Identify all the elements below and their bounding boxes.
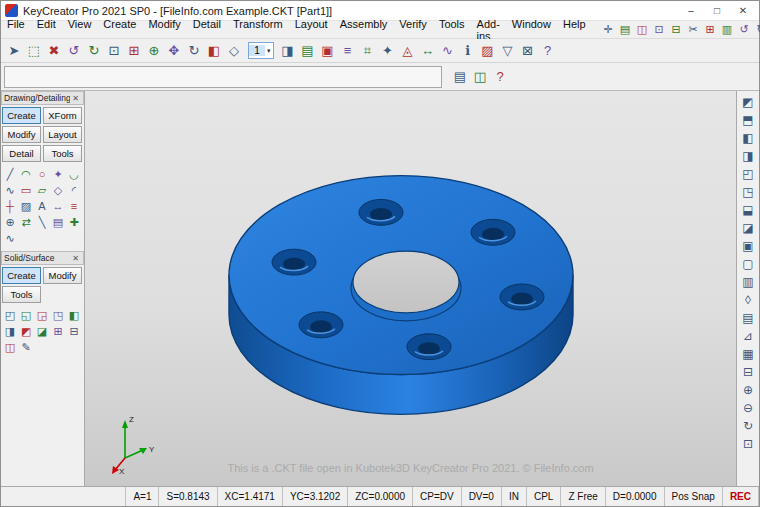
fillet-icon[interactable]: ◜	[66, 182, 82, 198]
dd-layout-button[interactable]: Layout	[43, 126, 82, 143]
view-left-icon[interactable]: ◰	[739, 165, 757, 183]
spline-icon[interactable]: ∿	[2, 182, 18, 198]
filter-icon[interactable]: ▽	[498, 41, 518, 61]
minimize-button[interactable]: –	[679, 3, 703, 19]
render-icon[interactable]: ▦	[739, 345, 757, 363]
sketch-pencil-icon[interactable]: ✎	[18, 339, 34, 355]
hatch-icon[interactable]: ▨	[18, 198, 34, 214]
view-axon-icon[interactable]: ◪	[739, 219, 757, 237]
rectangle-icon[interactable]: ▭	[18, 182, 34, 198]
extrude-icon[interactable]: ◧	[66, 307, 82, 323]
dd-detail-button[interactable]: Detail	[2, 145, 41, 162]
loft-icon[interactable]: ◪	[34, 323, 50, 339]
shaded-view-icon[interactable]: ◧	[204, 41, 224, 61]
duplicate-icon[interactable]: ◫	[470, 67, 490, 87]
status-cplane[interactable]: CP=DV	[413, 487, 462, 506]
status-xc[interactable]: XC=1.4171	[218, 487, 283, 506]
centerline-icon[interactable]: ┼	[2, 198, 18, 214]
dimension-icon[interactable]: ↔	[50, 198, 66, 214]
snap-icon[interactable]: ✦	[378, 41, 398, 61]
undo-icon[interactable]: ↺	[64, 41, 84, 61]
status-rec[interactable]: REC	[723, 487, 759, 506]
pan-icon[interactable]: ✥	[164, 41, 184, 61]
conic-icon[interactable]: ◡	[66, 166, 82, 182]
zoom-out-icon[interactable]: ⊖	[739, 399, 757, 417]
status-zc[interactable]: ZC=0.0000	[348, 487, 413, 506]
wireframe-mode-icon[interactable]: ▢	[739, 255, 757, 273]
wireframe-view-icon[interactable]: ◇	[224, 41, 244, 61]
redo-icon[interactable]: ↻	[84, 41, 104, 61]
ellipse-icon[interactable]: ◇	[50, 182, 66, 198]
plus-icon[interactable]: ✚	[66, 214, 82, 230]
status-yc[interactable]: YC=3.1202	[283, 487, 348, 506]
model-viewport[interactable]: Z Y X This is a .CKT file open in Kubote…	[85, 91, 736, 486]
maximize-button[interactable]: □	[705, 3, 729, 19]
status-pos-snap[interactable]: Pos Snap	[665, 487, 723, 506]
analyze-icon[interactable]: ∿	[438, 41, 458, 61]
mask-icon[interactable]: ▨	[478, 41, 498, 61]
file-properties-icon[interactable]: ▤	[450, 67, 470, 87]
color-icon[interactable]: ▣	[318, 41, 338, 61]
dd-create-button[interactable]: Create	[2, 107, 41, 124]
grid-icon[interactable]: ⌗	[358, 41, 378, 61]
status-depth[interactable]: D=0.0000	[606, 487, 665, 506]
sweep-icon[interactable]: ◩	[18, 323, 34, 339]
level-manager-icon[interactable]: ▤	[298, 41, 318, 61]
status-cpl[interactable]: CPL	[527, 487, 561, 506]
ss-create-button[interactable]: Create	[2, 267, 41, 284]
ss-tools-button[interactable]: Tools	[2, 286, 41, 303]
view-options-icon[interactable]: ⊡	[739, 435, 757, 453]
zoom-icon[interactable]: ⊕	[144, 41, 164, 61]
save-icon[interactable]: ⊡	[651, 22, 668, 38]
zoom-window-icon[interactable]: ⊞	[124, 41, 144, 61]
delete-icon[interactable]: ✖	[44, 41, 64, 61]
view-iso-icon[interactable]: ◩	[739, 93, 757, 111]
conversation-bar-input[interactable]	[4, 66, 442, 88]
entity-info-icon[interactable]: ℹ	[458, 41, 478, 61]
ss-modify-button[interactable]: Modify	[43, 267, 82, 284]
zoom-in-icon[interactable]: ⊕	[739, 381, 757, 399]
table-icon[interactable]: ▤	[50, 214, 66, 230]
close-button[interactable]: ✕	[731, 3, 755, 19]
dd-modify-button[interactable]: Modify	[2, 126, 41, 143]
close-icon[interactable]: ✕	[70, 254, 81, 263]
view-right-icon[interactable]: ◳	[739, 183, 757, 201]
csys-axes-icon[interactable]: ✛	[600, 22, 617, 38]
cplane-icon[interactable]: ⊿	[739, 327, 757, 345]
arc-icon[interactable]: ◠	[18, 166, 34, 182]
block-solid-icon[interactable]: ◰	[2, 307, 18, 323]
shell-icon[interactable]: ◫	[2, 339, 18, 355]
view-bottom-icon[interactable]: ⬓	[739, 201, 757, 219]
copy-icon[interactable]: ⊞	[702, 22, 719, 38]
open-file-icon[interactable]: ◫	[634, 22, 651, 38]
window-select-icon[interactable]: ⬚	[24, 41, 44, 61]
linetype-icon[interactable]: ≡	[338, 41, 358, 61]
zoom-fit-icon[interactable]: ⊡	[104, 41, 124, 61]
layers-icon[interactable]: ≡	[66, 198, 82, 214]
view-front-icon[interactable]: ◧	[739, 129, 757, 147]
close-icon[interactable]: ✕	[70, 94, 81, 103]
level-combobox[interactable]: 1 ▾	[248, 42, 274, 59]
status-units[interactable]: IN	[502, 487, 527, 506]
redo-icon[interactable]: ↻	[753, 22, 760, 38]
shade-mode-icon[interactable]: ▣	[739, 237, 757, 255]
rotate-view-icon[interactable]: ↻	[184, 41, 204, 61]
line-icon[interactable]: ╱	[2, 166, 18, 182]
help-icon[interactable]: ?	[490, 67, 510, 87]
refresh-view-icon[interactable]: ↻	[739, 417, 757, 435]
print-icon[interactable]: ⊟	[668, 22, 685, 38]
offset-icon[interactable]: ⊕	[2, 214, 18, 230]
paste-icon[interactable]: ▥	[719, 22, 736, 38]
chamfer-icon[interactable]: ╲	[34, 214, 50, 230]
view-top-icon[interactable]: ⬒	[739, 111, 757, 129]
new-file-icon[interactable]: ▤	[617, 22, 634, 38]
status-scale[interactable]: S=0.8143	[159, 487, 217, 506]
sphere-solid-icon[interactable]: ◲	[34, 307, 50, 323]
pick-icon[interactable]: ➤	[4, 41, 24, 61]
status-dv[interactable]: DV=0	[462, 487, 502, 506]
polygon-icon[interactable]: ▱	[34, 182, 50, 198]
dd-xform-button[interactable]: XForm	[43, 107, 82, 124]
verify-icon[interactable]: ◬	[398, 41, 418, 61]
point-icon[interactable]: ✦	[50, 166, 66, 182]
perspective-icon[interactable]: ◊	[739, 291, 757, 309]
